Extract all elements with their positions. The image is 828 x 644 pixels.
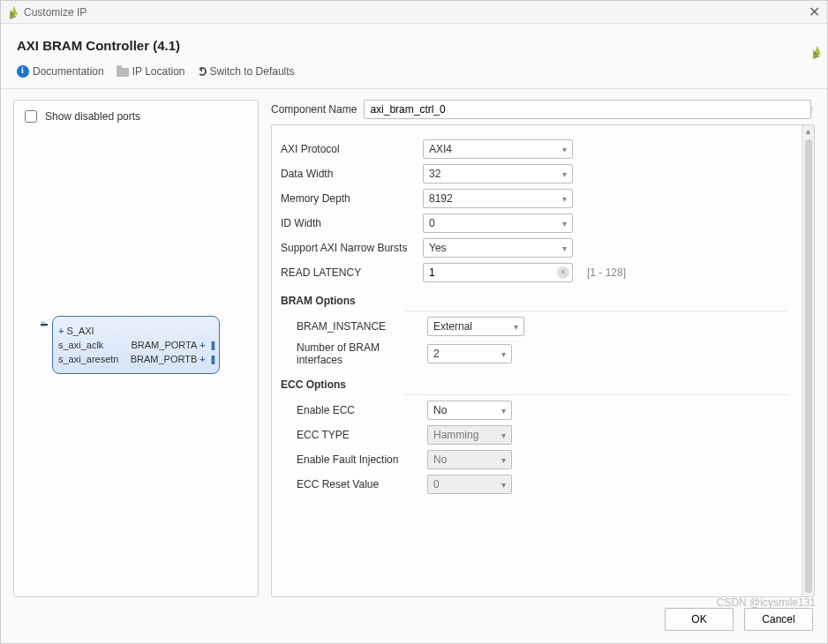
- window-title: Customize IP: [24, 6, 87, 19]
- toolbar: Documentation IP Location Switch to Defa…: [1, 60, 827, 89]
- bus-icon: |||: [211, 340, 214, 350]
- bram-num-if-label: Number of BRAM interfaces: [297, 341, 420, 366]
- component-name-row: Component Name ×: [271, 100, 815, 119]
- port-s-axi-aclk: s_axi_aclk: [58, 340, 103, 350]
- enable-ecc-label: Enable ECC: [297, 404, 420, 416]
- data-width-select[interactable]: 32 ▾: [423, 164, 573, 183]
- fault-injection-select: No ▾: [427, 450, 512, 469]
- body: Show disabled ports ⠿ +S_AXI s_axi_aclk …: [1, 89, 827, 597]
- bram-num-if-select[interactable]: 2 ▾: [427, 344, 512, 363]
- documentation-label: Documentation: [33, 65, 104, 78]
- clear-icon[interactable]: ×: [557, 266, 569, 279]
- component-name-input[interactable]: [364, 100, 811, 119]
- chevron-down-icon: ▾: [562, 169, 567, 179]
- ip-location-label: IP Location: [132, 65, 185, 78]
- show-disabled-label: Show disabled ports: [45, 110, 140, 123]
- read-latency-hint: [1 - 128]: [587, 266, 626, 279]
- ecc-reset-label: ECC Reset Value: [297, 478, 420, 490]
- scrollbar[interactable]: ▲: [802, 125, 814, 596]
- ok-button[interactable]: OK: [665, 608, 734, 631]
- axi-protocol-label: AXI Protocol: [281, 143, 416, 155]
- component-name-label: Component Name: [271, 103, 357, 116]
- chevron-down-icon: ▾: [501, 406, 506, 416]
- memory-depth-label: Memory Depth: [281, 192, 416, 205]
- enable-ecc-select[interactable]: No ▾: [427, 401, 512, 420]
- page-title: AXI BRAM Controller (4.1): [17, 38, 180, 53]
- bus-icon: |||: [211, 354, 214, 364]
- axi-protocol-select[interactable]: AXI4 ▾: [423, 139, 573, 159]
- folder-icon: [117, 68, 129, 77]
- memory-depth-select[interactable]: 8192 ▾: [423, 189, 573, 208]
- plus-icon: +: [197, 354, 205, 364]
- chevron-down-icon: ▾: [501, 349, 506, 359]
- chevron-down-icon: ▾: [562, 243, 567, 253]
- config-area: AXI Protocol AXI4 ▾ Data Width 32 ▾: [271, 124, 815, 597]
- port-s-axi-aresetn: s_axi_aresetn: [58, 354, 119, 364]
- data-width-label: Data Width: [281, 168, 416, 180]
- port-bram-porta: BRAM_PORTA: [132, 340, 198, 350]
- chevron-down-icon: ▾: [501, 431, 506, 440]
- bram-instance-select[interactable]: External ▾: [427, 317, 524, 336]
- read-latency-input[interactable]: [423, 263, 573, 282]
- switch-defaults-link[interactable]: Switch to Defaults: [198, 65, 295, 78]
- config-panel: Component Name × AXI Protocol AXI4 ▾ Dat…: [271, 100, 815, 597]
- ip-location-link[interactable]: IP Location: [117, 65, 185, 78]
- ecc-reset-select: 0 ▾: [427, 475, 512, 494]
- ecc-options-header: ECC Options: [281, 378, 789, 391]
- titlebar: Customize IP ✕: [1, 1, 827, 24]
- ip-block-diagram: ⠿ +S_AXI s_axi_aclk BRAM_PORTA +||| s_ax…: [52, 316, 220, 374]
- chevron-down-icon: ▾: [562, 194, 567, 204]
- narrow-bursts-label: Support AXI Narrow Bursts: [281, 242, 416, 254]
- id-width-select[interactable]: 0 ▾: [423, 213, 573, 233]
- footer: OK Cancel: [1, 597, 827, 643]
- header: AXI BRAM Controller (4.1): [1, 24, 827, 60]
- ecc-type-label: ECC TYPE: [297, 429, 420, 441]
- vivado-logo-icon: [8, 6, 20, 19]
- close-button[interactable]: ✕: [809, 4, 820, 20]
- chevron-down-icon: ▾: [501, 455, 506, 465]
- chevron-down-icon: ▾: [514, 322, 518, 332]
- id-width-label: ID Width: [281, 217, 416, 229]
- switch-defaults-label: Switch to Defaults: [210, 65, 295, 78]
- refresh-icon: [198, 67, 207, 76]
- bram-options-header: BRAM Options: [281, 295, 789, 307]
- show-disabled-checkbox[interactable]: [25, 110, 37, 123]
- documentation-link[interactable]: Documentation: [17, 65, 104, 78]
- show-disabled-row: Show disabled ports: [19, 106, 252, 131]
- chevron-down-icon: ▾: [562, 219, 567, 228]
- chevron-down-icon: ▾: [562, 145, 567, 154]
- port-s-axi: S_AXI: [66, 326, 94, 336]
- fault-injection-label: Enable Fault Injection: [297, 453, 420, 466]
- plus-icon: +: [197, 340, 205, 350]
- scroll-thumb[interactable]: [805, 139, 812, 593]
- narrow-bursts-select[interactable]: Yes ▾: [423, 238, 573, 258]
- ecc-type-select: Hamming ▾: [427, 425, 512, 445]
- bus-dots-icon: ⠿: [41, 324, 48, 326]
- cancel-button[interactable]: Cancel: [744, 608, 813, 631]
- read-latency-label: READ LATENCY: [281, 266, 416, 279]
- config-scroll: AXI Protocol AXI4 ▾ Data Width 32 ▾: [272, 125, 802, 596]
- ports-panel: Show disabled ports ⠿ +S_AXI s_axi_aclk …: [13, 100, 259, 597]
- info-icon: [17, 65, 29, 78]
- chevron-down-icon: ▾: [501, 480, 506, 490]
- bram-instance-label: BRAM_INSTANCE: [297, 320, 420, 333]
- port-bram-portb: BRAM_PORTB: [131, 354, 198, 364]
- plus-icon: +: [58, 326, 64, 336]
- customize-ip-window: Customize IP ✕ AXI BRAM Controller (4.1)…: [0, 0, 828, 644]
- scroll-up-icon: ▲: [804, 127, 812, 136]
